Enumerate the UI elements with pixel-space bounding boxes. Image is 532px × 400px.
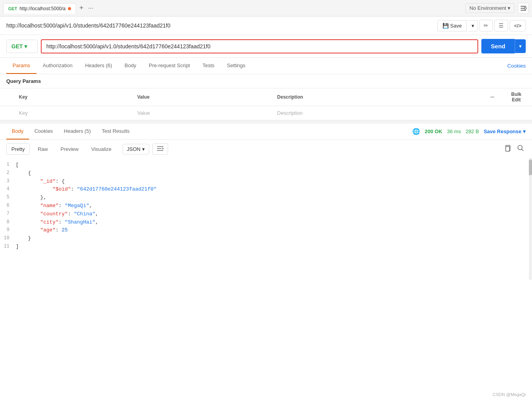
bulk-edit-col-header: Bulk Edit xyxy=(501,88,532,106)
more-tabs-button[interactable]: ··· xyxy=(87,5,95,12)
resp-tab-test-results-label: Test Results xyxy=(102,128,130,134)
line-num-7: 7 xyxy=(0,210,16,218)
add-tab-button[interactable]: + xyxy=(76,4,87,12)
env-chevron-icon: ▾ xyxy=(508,5,510,11)
line-content-5: }, xyxy=(16,194,532,202)
json-line-4: 4 "$oid": "642d17760e244123faad21f0" xyxy=(0,185,532,194)
resp-tab-test-results[interactable]: Test Results xyxy=(96,123,135,139)
line-num-3: 3 xyxy=(0,178,16,186)
params-table: Key Value Description ··· Bulk Edit Key … xyxy=(0,88,532,120)
env-settings-icon[interactable] xyxy=(518,3,529,14)
tab-method-badge: GET xyxy=(8,6,17,11)
save-label: Save xyxy=(450,23,462,29)
wrap-button[interactable] xyxy=(152,143,168,155)
tab-settings-label: Settings xyxy=(227,62,245,68)
json-format-chevron-icon: ▾ xyxy=(142,146,145,152)
format-bar: Pretty Raw Preview Visualize JSON ▾ xyxy=(0,140,532,158)
save-button[interactable]: 💾 Save xyxy=(437,20,467,31)
bulk-placeholder xyxy=(501,106,532,120)
code-button[interactable]: </> xyxy=(510,20,526,31)
format-tab-preview-label: Preview xyxy=(60,146,79,152)
format-tab-raw[interactable]: Raw xyxy=(33,144,53,154)
edit-button[interactable]: ✏ xyxy=(479,20,493,31)
tab-headers[interactable]: Headers (6) xyxy=(79,58,119,74)
params-empty-row: Key Value Description xyxy=(0,106,532,120)
value-header-label: Value xyxy=(137,94,150,100)
line-content-1: [ xyxy=(16,161,532,169)
method-selector[interactable]: GET ▾ xyxy=(6,40,38,53)
more-col-header: ··· xyxy=(484,88,501,106)
empty-checkbox xyxy=(0,106,13,120)
save-response-chevron-icon: ▾ xyxy=(523,128,526,134)
response-size: 282 B xyxy=(466,128,479,134)
method-chevron-icon: ▾ xyxy=(24,43,27,50)
resp-tab-body[interactable]: Body xyxy=(6,123,29,139)
svg-rect-2 xyxy=(521,10,526,11)
value-col-header: Value xyxy=(131,88,271,106)
send-button[interactable]: Send xyxy=(481,39,515,53)
svg-point-8 xyxy=(518,145,522,150)
tab-params[interactable]: Params xyxy=(6,58,37,74)
tab-bar-right: No Environment ▾ xyxy=(465,3,529,14)
environment-selector[interactable]: No Environment ▾ xyxy=(465,3,515,13)
tab-tests[interactable]: Tests xyxy=(196,58,221,74)
line-num-11: 11 xyxy=(0,243,16,251)
env-label: No Environment xyxy=(470,5,506,11)
tab-params-label: Params xyxy=(13,62,30,68)
line-num-10: 10 xyxy=(0,235,16,243)
json-format-selector[interactable]: JSON ▾ xyxy=(122,144,149,154)
key-placeholder-cell[interactable]: Key xyxy=(13,106,131,120)
json-format-label: JSON xyxy=(127,146,141,152)
desc-placeholder-cell[interactable]: Description xyxy=(271,106,484,120)
tab-pre-request[interactable]: Pre-request Script xyxy=(143,58,196,74)
edit-icon: ✏ xyxy=(484,22,488,29)
line-num-1: 1 xyxy=(0,161,16,169)
format-tab-visualize[interactable]: Visualize xyxy=(86,144,116,154)
json-output-area[interactable]: 1 [ 2 { 3 "_id": { 4 "$oid": "642d17760e… xyxy=(0,158,532,280)
tab-dirty-dot xyxy=(68,7,71,10)
svg-point-3 xyxy=(525,7,527,9)
request-tabs-nav: Params Authorization Headers (6) Body Pr… xyxy=(0,58,532,74)
copy-button[interactable] xyxy=(502,143,512,155)
format-tab-pretty-label: Pretty xyxy=(11,146,25,152)
save-response-button[interactable]: Save Response ▾ xyxy=(484,128,526,134)
bulk-edit-button[interactable]: Bulk Edit xyxy=(507,92,526,103)
tab-authorization[interactable]: Authorization xyxy=(37,58,79,74)
tab-body[interactable]: Body xyxy=(118,58,143,74)
line-content-4: "$oid": "642d17760e244123faad21f0" xyxy=(16,185,532,194)
key-placeholder: Key xyxy=(19,110,27,116)
request-row: GET ▾ http://localhost:5000/api/v1.0/stu… xyxy=(0,35,532,58)
line-content-11: ] xyxy=(16,243,532,251)
json-line-11: 11 ] xyxy=(0,243,532,251)
address-actions: 💾 Save ▾ ✏ ☰ </> xyxy=(437,20,526,31)
vertical-scrollbar[interactable] xyxy=(529,158,532,280)
format-tab-raw-label: Raw xyxy=(38,146,48,152)
cookies-link[interactable]: Cookies xyxy=(507,63,526,69)
line-content-10: } xyxy=(16,235,532,243)
description-col-header: Description xyxy=(271,88,484,106)
section-divider xyxy=(0,120,532,123)
resp-tab-body-label: Body xyxy=(12,128,24,134)
json-line-10: 10 } xyxy=(0,235,532,243)
scrollbar-thumb[interactable] xyxy=(529,160,532,175)
send-dropdown-button[interactable]: ▾ xyxy=(515,39,526,53)
line-content-9: "age": 25 xyxy=(16,226,532,235)
search-button[interactable] xyxy=(516,143,526,155)
active-tab[interactable]: GET http://localhost:5000/a xyxy=(3,3,76,14)
save-response-label: Save Response xyxy=(484,128,521,134)
desc-header-label: Description xyxy=(277,94,303,100)
tab-url-label: http://localhost:5000/a xyxy=(20,6,66,11)
format-tab-visualize-label: Visualize xyxy=(91,146,112,152)
resp-tab-headers[interactable]: Headers (5) xyxy=(59,123,97,139)
value-placeholder: Value xyxy=(137,110,150,116)
format-tab-pretty[interactable]: Pretty xyxy=(6,143,30,155)
resp-tab-cookies[interactable]: Cookies xyxy=(29,123,59,139)
url-text: http://localhost:5000/api/v1.0/students/… xyxy=(46,43,210,50)
json-line-6: 6 "name": "MegaQi", xyxy=(0,202,532,210)
tab-settings[interactable]: Settings xyxy=(221,58,252,74)
url-input[interactable]: http://localhost:5000/api/v1.0/students/… xyxy=(41,39,478,53)
value-placeholder-cell[interactable]: Value xyxy=(131,106,271,120)
format-tab-preview[interactable]: Preview xyxy=(56,144,83,154)
doc-button[interactable]: ☰ xyxy=(494,20,508,31)
save-dropdown-button[interactable]: ▾ xyxy=(468,20,478,31)
